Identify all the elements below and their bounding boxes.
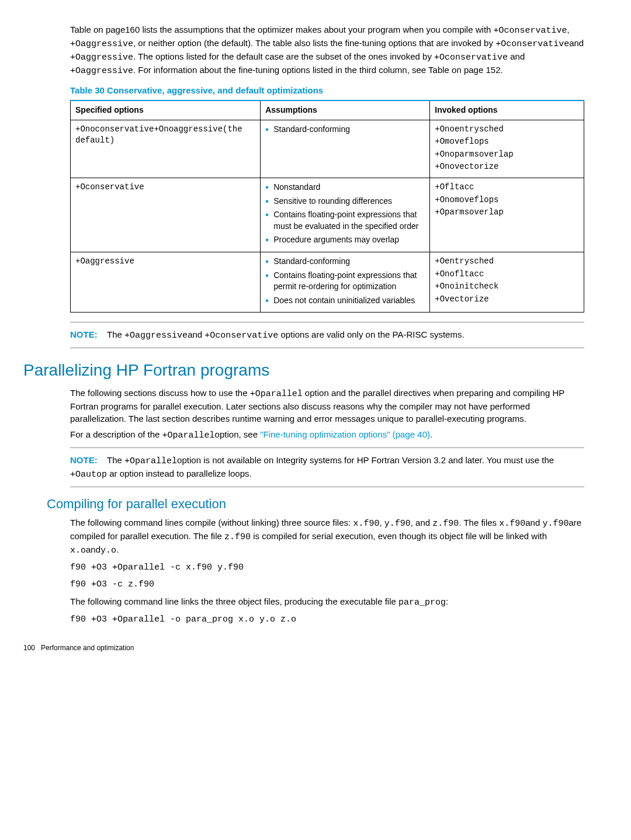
list-item: +Onofltacc: [435, 269, 579, 280]
list-item: +Onomoveflops: [435, 195, 579, 206]
page-footer: 100 Performance and optimization: [23, 643, 584, 653]
note-label: NOTE:: [70, 455, 98, 465]
list-item: Contains floating-point expressions that…: [265, 270, 425, 293]
compiling-paragraph-2: The following command line links the thr…: [70, 595, 584, 609]
list-item: Nonstandard: [265, 182, 425, 193]
list-item: Standard-conforming: [265, 124, 425, 136]
invoked-cell: +Onoentrysched +Omoveflops +Onoparmsover…: [430, 120, 584, 178]
invoked-cell: +Oentrysched +Onofltacc +Onoinitcheck +O…: [430, 252, 584, 312]
col-invoked: Invoked options: [430, 100, 584, 120]
list-item: Sensitive to rounding differences: [265, 196, 425, 207]
optimizations-table: Specified options Assumptions Invoked op…: [70, 100, 584, 313]
spec-cell: +Oaggressive: [71, 252, 261, 312]
divider: [70, 348, 584, 348]
divider: [70, 322, 584, 322]
invoked-cell: +Ofltacc +Onomoveflops +Oparmsoverlap: [430, 178, 584, 252]
list-item: +Onovectorize: [435, 161, 579, 173]
spec-cell: +Onoconservative+Onoaggressive(the defau…: [71, 120, 261, 178]
spec-cell: +Oconservative: [71, 178, 261, 252]
code-line-2: f90 +O3 -c z.f90: [70, 578, 584, 591]
list-item: +Ovectorize: [435, 294, 579, 306]
page-number: 100: [23, 644, 35, 652]
list-item: +Oparmsoverlap: [435, 207, 579, 218]
list-item: +Oentrysched: [435, 256, 579, 268]
list-item: Contains floating-point expressions that…: [265, 209, 425, 232]
list-item: +Onoparmsoverlap: [435, 149, 579, 161]
parallel-paragraph-1: The following sections discuss how to us…: [70, 387, 584, 425]
list-item: +Ofltacc: [435, 182, 579, 193]
code-line-3: f90 +O3 +Oparallel -o para_prog x.o y.o …: [70, 613, 584, 626]
section-heading-parallelizing: Parallelizing HP Fortran programs: [23, 359, 584, 381]
code-line-1: f90 +O3 +Oparallel -c x.f90 y.f90: [70, 561, 584, 574]
list-item: Procedure arguments may overlap: [265, 234, 425, 246]
list-item: +Omoveflops: [435, 136, 579, 148]
table-title: Table 30 Conservative, aggressive, and d…: [70, 84, 584, 96]
note-label: NOTE:: [70, 329, 98, 339]
intro-paragraph: Table on page160 lists the assumptions t…: [70, 23, 584, 77]
table-row: +Onoconservative+Onoaggressive(the defau…: [71, 120, 584, 178]
fine-tuning-link[interactable]: "Fine-tuning optimization options" (page…: [260, 429, 430, 439]
col-assumptions: Assumptions: [261, 100, 430, 120]
list-item: +Onoinitcheck: [435, 281, 579, 293]
subsection-compiling: Compiling for parallel execution: [47, 495, 584, 513]
assumptions-cell: Standard-conforming: [261, 120, 430, 178]
table-row: +Oconservative Nonstandard Sensitive to …: [71, 178, 584, 252]
assumptions-cell: Standard-conforming Contains floating-po…: [261, 252, 430, 312]
parallel-paragraph-2: For a description of the +Oparalleloptio…: [70, 428, 584, 442]
list-item: Standard-conforming: [265, 256, 425, 268]
footer-section: Performance and optimization: [41, 644, 134, 652]
divider: [70, 447, 584, 448]
col-specified: Specified options: [71, 100, 261, 120]
table-header-row: Specified options Assumptions Invoked op…: [71, 100, 584, 120]
list-item: +Onoentrysched: [435, 124, 579, 136]
table-row: +Oaggressive Standard-conforming Contain…: [71, 252, 584, 312]
assumptions-cell: Nonstandard Sensitive to rounding differ…: [261, 178, 430, 252]
compiling-paragraph-1: The following command lines compile (wit…: [70, 516, 584, 557]
list-item: Does not contain uninitialized variables: [265, 295, 425, 307]
divider: [70, 487, 584, 487]
note-paragraph: NOTE: The +Oparalleloption is not availa…: [70, 454, 584, 481]
note-paragraph: NOTE: The +Oaggressiveand +Oconservative…: [70, 328, 584, 342]
